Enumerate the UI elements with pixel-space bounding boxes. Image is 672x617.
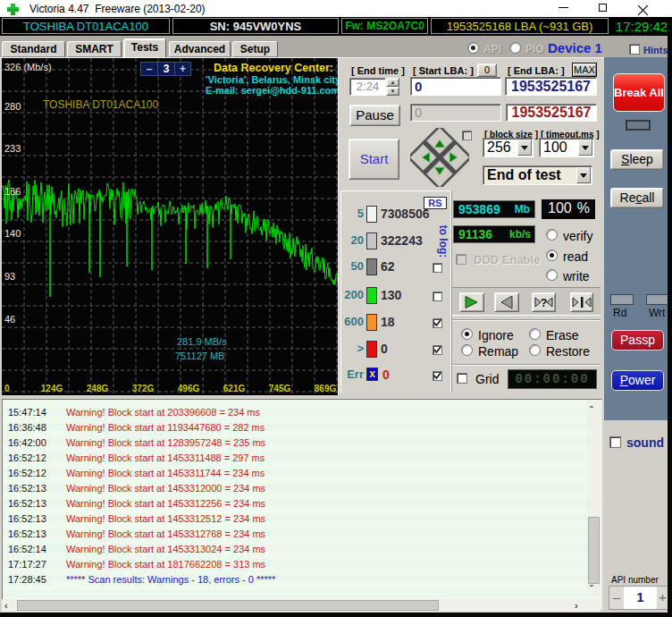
svg-text:?: ? bbox=[541, 296, 548, 309]
